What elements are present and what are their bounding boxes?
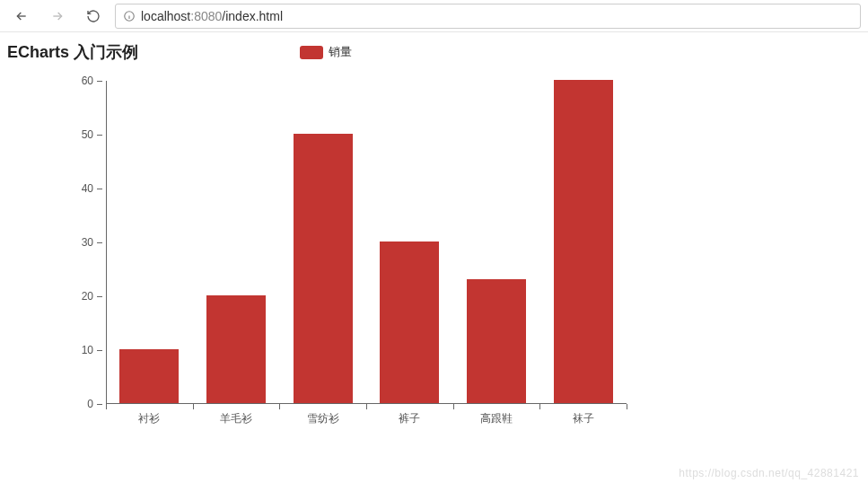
legend-label: 销量: [329, 44, 352, 60]
x-tick-label: 雪纺衫: [307, 411, 339, 426]
forward-button[interactable]: [43, 4, 72, 29]
bar[interactable]: [380, 242, 439, 403]
x-tick-mark: [279, 404, 280, 409]
y-tick-label: 20: [82, 290, 93, 303]
y-tick-mark: [97, 81, 102, 82]
watermark: https://blog.csdn.net/qq_42881421: [679, 467, 859, 479]
arrow-left-icon: [14, 9, 29, 23]
legend-item[interactable]: 销量: [300, 44, 352, 60]
x-tick-label: 裤子: [399, 411, 420, 426]
arrow-right-icon: [50, 9, 65, 23]
x-tick-mark: [193, 404, 194, 409]
x-tick-mark: [539, 404, 540, 409]
y-tick-label: 30: [82, 236, 93, 249]
reload-button[interactable]: [79, 4, 108, 29]
y-tick-mark: [97, 189, 102, 189]
bars-container: [106, 81, 627, 403]
chart-title: ECharts 入门示例: [7, 41, 138, 63]
y-tick-label: 60: [82, 75, 93, 87]
bar[interactable]: [467, 279, 526, 403]
x-tick-mark: [366, 404, 367, 409]
y-axis-line: [106, 81, 107, 404]
plot-area: [106, 81, 627, 404]
browser-toolbar: localhost:8080/index.html: [0, 0, 868, 32]
y-axis: 0102030405060: [52, 81, 102, 404]
address-bar[interactable]: localhost:8080/index.html: [115, 4, 861, 29]
y-tick-mark: [97, 404, 102, 405]
x-tick-mark: [627, 404, 627, 409]
chart-area: 0102030405060 衬衫羊毛衫雪纺衫裤子高跟鞋袜子: [52, 81, 644, 458]
x-tick-label: 高跟鞋: [480, 411, 513, 426]
url-path: /index.html: [222, 9, 283, 23]
bar[interactable]: [119, 349, 179, 403]
y-tick-label: 50: [82, 128, 93, 141]
legend-swatch-icon: [300, 46, 323, 59]
y-tick-mark: [97, 242, 102, 243]
bar[interactable]: [294, 134, 353, 403]
y-tick-label: 40: [82, 182, 93, 195]
chart-header: ECharts 入门示例 销量: [7, 41, 868, 63]
x-tick-mark: [453, 404, 454, 409]
url-host: localhost: [141, 9, 190, 23]
bar[interactable]: [554, 80, 613, 403]
y-tick-label: 10: [82, 344, 93, 356]
x-axis: 衬衫羊毛衫雪纺衫裤子高跟鞋袜子: [106, 404, 627, 431]
url-text: localhost:8080/index.html: [141, 9, 283, 23]
page-content: ECharts 入门示例 销量 0102030405060 衬衫羊毛衫雪纺衫裤子…: [0, 32, 868, 458]
y-tick-mark: [97, 135, 102, 136]
x-tick-mark: [106, 404, 107, 409]
x-tick-label: 袜子: [573, 411, 594, 426]
info-icon: [123, 10, 136, 22]
y-tick-label: 0: [87, 398, 93, 410]
back-button[interactable]: [7, 4, 36, 29]
url-port: :8080: [190, 9, 222, 23]
x-tick-label: 羊毛衫: [220, 411, 252, 426]
reload-icon: [86, 9, 101, 23]
x-tick-label: 衬衫: [138, 411, 160, 426]
y-tick-mark: [97, 296, 102, 297]
bar[interactable]: [206, 295, 266, 403]
y-tick-mark: [97, 350, 102, 351]
